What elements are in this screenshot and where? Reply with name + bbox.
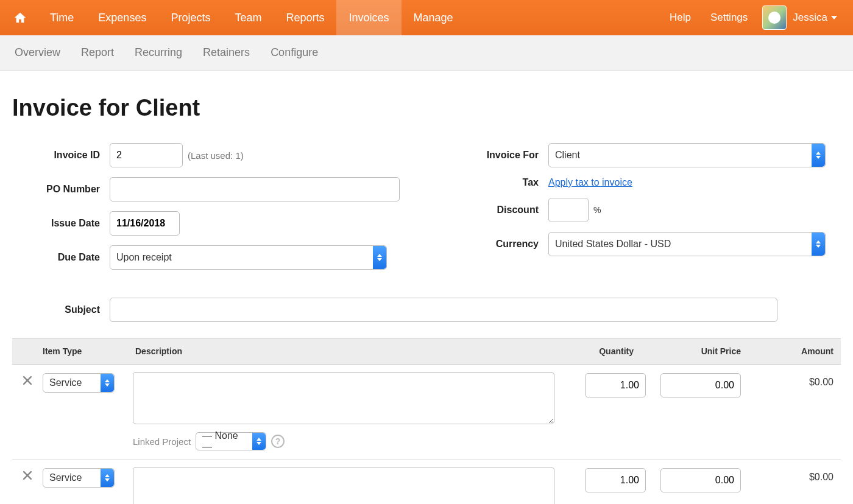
quantity-input[interactable] bbox=[585, 468, 646, 492]
avatar[interactable] bbox=[762, 5, 787, 30]
nav-item-expenses[interactable]: Expenses bbox=[86, 0, 158, 35]
sub-nav: Overview Report Recurring Retainers Conf… bbox=[0, 35, 853, 71]
subnav-overview[interactable]: Overview bbox=[15, 46, 60, 59]
user-name: Jessica bbox=[793, 12, 827, 24]
item-type-select[interactable]: Service bbox=[43, 468, 115, 488]
top-nav: Time Expenses Projects Team Reports Invo… bbox=[0, 0, 853, 35]
currency-label: Currency bbox=[451, 239, 548, 250]
user-menu[interactable]: Jessica bbox=[793, 12, 837, 24]
select-button-icon bbox=[812, 233, 825, 256]
invoice-id-label: Invoice ID bbox=[12, 150, 110, 161]
nav-item-projects[interactable]: Projects bbox=[158, 0, 222, 35]
help-icon[interactable]: ? bbox=[271, 435, 285, 448]
po-number-label: PO Number bbox=[12, 184, 110, 195]
amount-value: $0.00 bbox=[743, 372, 841, 388]
invoice-for-label: Invoice For bbox=[451, 150, 548, 161]
subnav-recurring[interactable]: Recurring bbox=[135, 46, 182, 59]
unit-price-input[interactable] bbox=[660, 373, 741, 397]
discount-suffix: % bbox=[593, 205, 601, 215]
nav-item-team[interactable]: Team bbox=[222, 0, 274, 35]
select-button-icon bbox=[101, 469, 114, 487]
form-col-right: Invoice For Client Tax Apply tax to invo… bbox=[451, 143, 841, 279]
select-button-icon bbox=[373, 246, 386, 269]
main: Invoice for Client Invoice ID (Last used… bbox=[0, 71, 853, 504]
nav-item-time[interactable]: Time bbox=[38, 0, 86, 35]
select-button-icon bbox=[252, 433, 266, 450]
currency-value: United States Dollar - USD bbox=[555, 239, 671, 250]
nav-help[interactable]: Help bbox=[661, 0, 699, 35]
form-top: Invoice ID (Last used: 1) PO Number Issu… bbox=[12, 143, 841, 279]
currency-select[interactable]: United States Dollar - USD bbox=[548, 232, 826, 256]
header-amount: Amount bbox=[743, 346, 841, 356]
header-quantity: Quantity bbox=[573, 346, 658, 356]
top-nav-left: Time Expenses Projects Team Reports Invo… bbox=[5, 0, 465, 35]
invoice-id-input[interactable] bbox=[110, 143, 183, 167]
subject-input[interactable] bbox=[110, 298, 777, 322]
nav-item-invoices[interactable]: Invoices bbox=[336, 0, 401, 35]
top-nav-right: Help Settings Jessica bbox=[661, 0, 848, 35]
description-textarea[interactable] bbox=[133, 372, 554, 424]
item-type-select[interactable]: Service bbox=[43, 373, 115, 393]
item-type-value: Service bbox=[49, 472, 82, 483]
subnav-retainers[interactable]: Retainers bbox=[203, 46, 250, 59]
remove-row-button[interactable] bbox=[12, 372, 43, 387]
linked-project-select[interactable]: — None — bbox=[196, 432, 266, 450]
subject-label: Subject bbox=[12, 304, 110, 315]
discount-input[interactable] bbox=[548, 198, 589, 222]
form-col-left: Invoice ID (Last used: 1) PO Number Issu… bbox=[12, 143, 402, 279]
table-row: Service Linked Project — None — ? $0.00 bbox=[12, 365, 841, 460]
due-date-select[interactable]: Upon receipt bbox=[110, 245, 387, 270]
issue-date-label: Issue Date bbox=[12, 218, 110, 229]
page-title: Invoice for Client bbox=[12, 95, 841, 121]
select-button-icon bbox=[812, 144, 825, 167]
item-type-value: Service bbox=[49, 377, 82, 388]
linked-project-label: Linked Project bbox=[133, 436, 191, 447]
po-number-input[interactable] bbox=[110, 177, 400, 201]
linked-project-value: — None — bbox=[202, 430, 247, 452]
header-description: Description bbox=[133, 346, 573, 356]
chevron-down-icon bbox=[831, 16, 837, 19]
header-unit-price: Unit Price bbox=[658, 346, 743, 356]
unit-price-input[interactable] bbox=[660, 468, 741, 492]
due-date-label: Due Date bbox=[12, 252, 110, 263]
table-header: Item Type Description Quantity Unit Pric… bbox=[12, 338, 841, 365]
home-icon[interactable] bbox=[5, 0, 38, 35]
apply-tax-link[interactable]: Apply tax to invoice bbox=[548, 177, 632, 188]
subnav-configure[interactable]: Configure bbox=[271, 46, 318, 59]
nav-settings[interactable]: Settings bbox=[702, 0, 756, 35]
subnav-report[interactable]: Report bbox=[81, 46, 114, 59]
remove-row-button[interactable] bbox=[12, 467, 43, 481]
nav-item-reports[interactable]: Reports bbox=[274, 0, 336, 35]
tax-label: Tax bbox=[451, 177, 548, 188]
nav-item-manage[interactable]: Manage bbox=[402, 0, 465, 35]
quantity-input[interactable] bbox=[585, 373, 646, 397]
issue-date-input[interactable] bbox=[110, 211, 180, 236]
invoice-for-select[interactable]: Client bbox=[548, 143, 826, 167]
due-date-value: Upon receipt bbox=[116, 252, 172, 263]
description-textarea[interactable] bbox=[133, 467, 554, 504]
amount-value: $0.00 bbox=[743, 467, 841, 483]
table-row: Service Linked Project — None — ? $0.00 bbox=[12, 460, 841, 504]
invoice-for-value: Client bbox=[555, 150, 580, 161]
header-item-type: Item Type bbox=[43, 346, 133, 356]
discount-label: Discount bbox=[451, 205, 548, 215]
invoice-id-hint: (Last used: 1) bbox=[188, 150, 244, 161]
select-button-icon bbox=[101, 374, 114, 392]
